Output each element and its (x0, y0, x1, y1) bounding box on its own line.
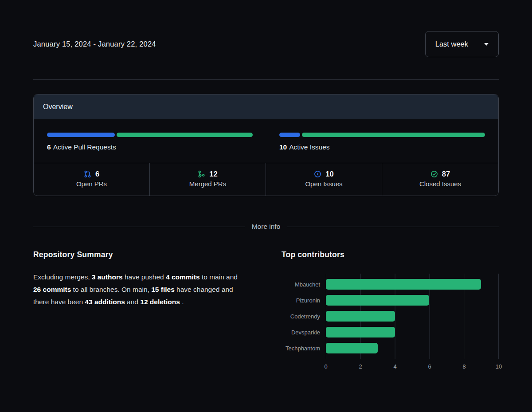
stat-open-issues-value: 10 (325, 170, 333, 178)
active-issues-progress-bar (279, 133, 485, 137)
issue-closed-icon (430, 170, 438, 178)
chart-category-label: Techphantom (282, 340, 326, 356)
repository-summary-text: Excluding merges, 3 authors have pushed … (33, 271, 246, 309)
more-info-divider: More info (33, 223, 499, 231)
active-issues-open-segment (279, 133, 300, 137)
more-info-label: More info (252, 223, 281, 231)
stat-open-issues: 10 Open Issues (266, 163, 382, 196)
overview-card-title: Overview (34, 94, 498, 119)
summary-highlight: 43 additions (85, 298, 125, 306)
chart-bar-row (326, 276, 498, 292)
summary-highlight: 12 deletions (140, 298, 180, 306)
summary-text-part: and (125, 298, 140, 306)
stat-open-prs-label: Open PRs (34, 180, 149, 188)
chart-bar (326, 295, 429, 306)
divider-line-left (33, 227, 245, 227)
chart-bar-row (326, 340, 498, 356)
active-prs-open-segment (47, 133, 115, 137)
progress-section: 6Active Pull Requests 10Active Issues (34, 119, 498, 163)
stat-merged-prs: 12 Merged PRs (150, 163, 266, 196)
chart-bar (326, 327, 395, 337)
chart-category-label: Devsparkle (282, 324, 326, 340)
overview-card: Overview 6Active Pull Requests 10Active … (33, 94, 499, 196)
chart-x-tick-label: 8 (462, 363, 466, 370)
git-merge-icon (198, 170, 205, 178)
stat-closed-issues-value: 87 (442, 170, 450, 178)
chart-category-label: Codetrendy (282, 308, 326, 324)
active-prs-merged-segment (117, 133, 253, 137)
lower-section: Repository Summary Excluding merges, 3 a… (33, 250, 499, 373)
repository-summary-section: Repository Summary Excluding merges, 3 a… (33, 250, 250, 373)
chart-x-axis: 0246810 (326, 363, 499, 373)
chart-labels: MbauchetPizuroninCodetrendyDevsparkleTec… (282, 276, 326, 373)
chart-x-tick-label: 4 (393, 363, 396, 370)
top-contributors-section: Top contributors MbauchetPizuroninCodetr… (282, 250, 499, 373)
chart-x-tick-label: 2 (359, 363, 362, 370)
top-divider (33, 79, 499, 80)
date-range-label: January 15, 2024 - January 22, 2024 (33, 40, 156, 48)
chart-bar-row (326, 308, 498, 324)
repository-summary-title: Repository Summary (33, 250, 250, 259)
chart-bars (326, 276, 498, 356)
chevron-down-icon (484, 43, 489, 46)
stat-closed-issues: 87 Closed Issues (382, 163, 498, 196)
active-issues-count: 10 (279, 143, 287, 151)
active-issues-label: 10Active Issues (279, 143, 485, 151)
active-prs-progress-bar (47, 133, 253, 137)
chart-bar-row (326, 324, 498, 340)
summary-highlight: 3 authors (92, 273, 123, 281)
summary-text-part: Excluding merges, (33, 273, 92, 281)
top-contributors-chart: MbauchetPizuroninCodetrendyDevsparkleTec… (282, 274, 499, 373)
chart-bar-row (326, 292, 498, 308)
stat-closed-issues-label: Closed Issues (382, 180, 498, 188)
issue-open-icon (314, 170, 321, 178)
period-select-value: Last week (435, 40, 468, 48)
active-prs-count: 6 (47, 143, 51, 151)
chart-x-tick-label: 6 (428, 363, 431, 370)
summary-text-part: to main and (200, 273, 238, 281)
summary-highlight: 15 files (151, 286, 175, 293)
stat-open-issues-label: Open Issues (266, 180, 382, 188)
top-bar: January 15, 2024 - January 22, 2024 Last… (33, 31, 499, 57)
chart-category-label: Mbauchet (282, 276, 326, 292)
chart-bar (326, 311, 395, 322)
active-prs-text: Active Pull Requests (53, 143, 116, 151)
stat-merged-prs-value: 12 (209, 170, 217, 178)
active-issues-text: Active Issues (289, 143, 329, 151)
stat-merged-prs-label: Merged PRs (150, 180, 266, 188)
active-issues-closed-segment (302, 133, 485, 137)
active-issues-block: 10Active Issues (279, 133, 485, 151)
chart-bar (326, 279, 481, 290)
chart-plot (326, 274, 499, 359)
period-select-dropdown[interactable]: Last week (425, 31, 499, 57)
top-contributors-title: Top contributors (282, 250, 499, 259)
summary-text-part: have pushed (123, 273, 166, 281)
chart-bar (326, 343, 378, 353)
summary-highlight: 4 commits (166, 273, 200, 281)
stat-open-prs: 6 Open PRs (34, 163, 150, 196)
active-prs-label: 6Active Pull Requests (47, 143, 253, 151)
summary-text-part: to all branches. On main, (71, 286, 151, 293)
stat-open-prs-value: 6 (95, 170, 99, 178)
active-prs-block: 6Active Pull Requests (47, 133, 253, 151)
git-pull-request-icon (84, 170, 91, 178)
chart-x-tick-label: 10 (496, 363, 502, 370)
chart-plot-area: 0246810 (326, 274, 499, 373)
dashboard-page: January 15, 2024 - January 22, 2024 Last… (0, 31, 532, 373)
chart-x-tick-label: 0 (324, 363, 327, 370)
chart-category-label: Pizuronin (282, 292, 326, 308)
summary-highlight: 26 commits (33, 286, 71, 293)
stats-row: 6 Open PRs 12 (34, 163, 498, 196)
summary-text-part: . (180, 298, 184, 306)
divider-line-right (287, 227, 499, 227)
